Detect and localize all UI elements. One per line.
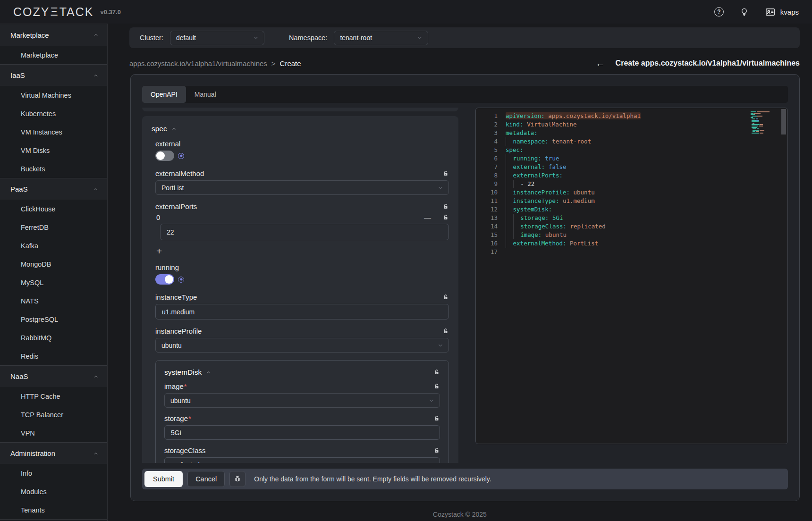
chevron-down-icon [416, 34, 423, 41]
sidebar-item-modules[interactable]: Modules [0, 482, 107, 501]
running-toggle[interactable] [155, 274, 174, 285]
externalPorts-label: externalPorts [155, 202, 197, 210]
editor-line: 2kind: VirtualMachine [476, 120, 787, 129]
sidebar-item-virtual-machines[interactable]: Virtual Machines [0, 86, 107, 104]
externalMethod-select[interactable]: PortList [155, 180, 449, 195]
unlock-icon[interactable] [442, 203, 449, 210]
sidebar-item-mysql[interactable]: MySQL [0, 273, 107, 292]
id-card-icon [765, 7, 776, 17]
logo-xi-glyph: Ξ [50, 6, 59, 18]
chevron-up-icon [93, 186, 99, 192]
default-value-icon[interactable] [178, 153, 184, 159]
help-icon: ? [714, 7, 724, 17]
add-item-button[interactable]: + [156, 246, 165, 256]
sidebar-section-naas[interactable]: NaaS [0, 365, 107, 387]
editor-scrollbar[interactable] [781, 109, 786, 134]
spec-section-toggle[interactable]: spec [152, 125, 449, 133]
external-toggle[interactable] [155, 151, 174, 161]
sidebar-item-postgresql[interactable]: PostgreSQL [0, 310, 107, 328]
editor-line: 13storage: 5Gi [476, 214, 787, 222]
cluster-label: Cluster: [140, 34, 163, 42]
unlock-icon[interactable] [433, 383, 440, 390]
sidebar-item-clickhouse[interactable]: ClickHouse [0, 200, 107, 218]
storageClass-input[interactable] [164, 457, 440, 463]
sidebar-item-nats[interactable]: NATS [0, 292, 107, 310]
namespace-select[interactable]: tenant-root [334, 31, 428, 45]
externalMethod-value: PortList [161, 184, 184, 192]
sidebar-item-vm-instances[interactable]: VM Instances [0, 123, 107, 141]
theme-toggle-button[interactable] [740, 8, 749, 17]
logo-text-2: TACK [59, 5, 94, 19]
systemDisk-section-label: systemDisk [164, 368, 202, 377]
sidebar-item-marketplace[interactable]: Marketplace [0, 46, 107, 64]
editor-line: 15image: ubuntu [476, 231, 787, 239]
required-mark: * [188, 414, 191, 422]
cozystack-logo[interactable]: COZYΞTACK [13, 5, 94, 19]
sidebar-item-mongodb[interactable]: MongoDB [0, 255, 107, 273]
bug-icon [233, 475, 242, 483]
cluster-select[interactable]: default [170, 31, 264, 45]
cancel-button[interactable]: Cancel [187, 471, 225, 487]
sidebar-section-iaas[interactable]: IaaS [0, 64, 107, 86]
user-menu[interactable]: kvaps [765, 7, 799, 17]
sidebar-item-info[interactable]: Info [0, 464, 107, 482]
editor-minimap[interactable] [751, 111, 777, 135]
tab-openapi[interactable]: OpenAPI [142, 86, 186, 103]
breadcrumb: apps.cozystack.io/v1alpha1/virtualmachin… [129, 59, 301, 67]
instanceProfile-value: ubuntu [161, 342, 182, 349]
sidebar-item-kubernetes[interactable]: Kubernetes [0, 104, 107, 123]
storageClass-label: storageClass [164, 446, 206, 454]
chevron-up-icon [171, 126, 177, 132]
unlock-icon[interactable] [442, 214, 449, 221]
sidebar-item-tcp-balancer[interactable]: TCP Balancer [0, 405, 107, 424]
form-scroll-area[interactable]: spec external externalMethod [142, 108, 458, 463]
sidebar-item-redis[interactable]: Redis [0, 347, 107, 365]
unlock-icon[interactable] [433, 415, 440, 422]
external-label: external [155, 140, 180, 148]
image-select[interactable]: ubuntu [164, 393, 440, 408]
unlock-icon[interactable] [442, 294, 449, 301]
sidebar-item-tenants[interactable]: Tenants [0, 501, 107, 519]
app-root: COZYΞTACK v0.37.0 ? kvaps [0, 0, 812, 521]
sidebar-item-rabbitmq[interactable]: RabbitMQ [0, 328, 107, 347]
unlock-icon[interactable] [442, 170, 449, 177]
tab-manual[interactable]: Manual [186, 86, 225, 103]
default-value-icon[interactable] [178, 277, 184, 283]
cluster-select-value: default [176, 34, 196, 42]
sidebar-section-paas[interactable]: PaaS [0, 178, 107, 200]
editor-line: 14storageClass: replicated [476, 222, 787, 231]
sidebar-item-vpn[interactable]: VPN [0, 424, 107, 442]
editor-code: 1apiVersion: apps.cozystack.io/v1alpha12… [476, 112, 787, 256]
unlock-icon[interactable] [442, 328, 449, 335]
sidebar-item-vm-disks[interactable]: VM Disks [0, 141, 107, 160]
editor-line: 7external: false [476, 163, 787, 171]
sidebar-item-http-cache[interactable]: HTTP Cache [0, 387, 107, 405]
unlock-icon[interactable] [433, 369, 440, 376]
sidebar-section-marketplace[interactable]: Marketplace [0, 24, 107, 46]
externalPorts-0-input[interactable] [160, 224, 449, 240]
yaml-editor[interactable]: 1apiVersion: apps.cozystack.io/v1alpha12… [475, 108, 788, 444]
chevron-down-icon [437, 185, 444, 191]
editor-line: 16externalMethod: PortList [476, 239, 787, 248]
submit-button[interactable]: Submit [144, 471, 183, 487]
chevron-down-icon [437, 342, 444, 349]
editor-line: 10instanceProfile: ubuntu [476, 188, 787, 197]
help-button[interactable]: ? [714, 7, 724, 17]
sidebar-item-buckets[interactable]: Buckets [0, 160, 107, 178]
storage-input[interactable] [164, 425, 440, 440]
namespace-select-value: tenant-root [340, 34, 372, 42]
lightbulb-icon [740, 8, 749, 17]
back-button[interactable]: ← [596, 59, 605, 68]
instanceProfile-select[interactable]: ubuntu [155, 338, 449, 353]
instanceType-input[interactable] [155, 304, 449, 319]
sidebar-item-kafka[interactable]: Kafka [0, 236, 107, 255]
sidebar-item-ferretdb[interactable]: FerretDB [0, 218, 107, 236]
chevron-down-icon [253, 34, 259, 41]
breadcrumb-path[interactable]: apps.cozystack.io/v1alpha1/virtualmachin… [129, 59, 267, 67]
sidebar-section-administration[interactable]: Administration [0, 442, 107, 464]
unlock-icon[interactable] [433, 447, 440, 454]
debug-button[interactable] [229, 471, 245, 487]
namespace-label: Namespace: [289, 34, 327, 42]
remove-item-button[interactable]: — [424, 214, 431, 221]
systemDisk-section-toggle[interactable]: systemDisk [164, 368, 211, 377]
